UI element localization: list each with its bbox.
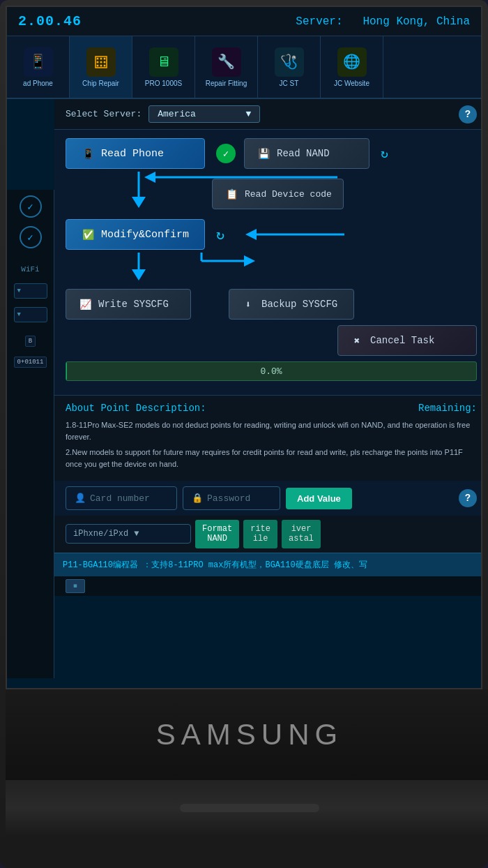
- modify-icon: ✅: [80, 227, 96, 242]
- device-icon: 📋: [224, 186, 239, 202]
- add-value-button[interactable]: Add Value: [286, 488, 352, 509]
- phone-icon: 📱: [80, 146, 96, 161]
- write-file-button[interactable]: rite ile: [243, 520, 277, 548]
- format-nand-button[interactable]: Format NAND: [195, 520, 239, 548]
- bottom-small-icon: ◼: [66, 579, 85, 593]
- server-help-button[interactable]: ?: [459, 105, 477, 124]
- nav-label-jc-st: JC ST: [280, 80, 299, 87]
- nav-label-pro1000s: PRO 1000S: [145, 80, 182, 87]
- svg-marker-11: [132, 197, 146, 208]
- cancel-icon: ✖: [349, 333, 365, 348]
- server-select-dropdown[interactable]: America ▼: [148, 105, 260, 123]
- nav-item-read-phone[interactable]: 📱 ad Phone: [7, 36, 70, 98]
- workflow-grid: 📱 Read Phone ✓ 💾 Read NAND ↻: [54, 130, 482, 395]
- nav-label-jc-website: JC Website: [334, 80, 369, 87]
- server-select-label: Select Server:: [66, 109, 142, 119]
- arrow-area-1: 📋 Read Device code: [66, 172, 477, 219]
- nav-item-jc-st[interactable]: 🩺 JC ST: [258, 36, 321, 98]
- card-help-button[interactable]: ?: [459, 489, 477, 507]
- sidebar-dropdown-1[interactable]: ▼: [14, 283, 47, 299]
- info-section: About Point Description: Remaining: 1.8-…: [54, 395, 482, 481]
- nav-label-repair-fitting: Repair Fitting: [206, 80, 247, 87]
- flow-arrows-svg-2: [73, 253, 351, 289]
- bottom-status-bar: P11-BGA110编程器 ：支持8-11PRO max所有机型，BGA110硬…: [54, 553, 482, 576]
- monitor-screen: 2.00.46 Server: Hong Kong, China 📱 ad Ph…: [6, 6, 482, 689]
- backup-syscfg-button[interactable]: ⬇ Backup SYSCFG: [229, 289, 354, 320]
- sidebar-tag-code: 0+01011: [14, 357, 47, 368]
- status-bar: 2.00.46 Server: Hong Kong, China: [7, 7, 481, 36]
- sidebar-circle-1: ✓: [20, 195, 42, 218]
- write-syscfg-button[interactable]: 📈 Write SYSCFG: [66, 289, 191, 320]
- read-device-code-button[interactable]: 📋 Read Device code: [212, 179, 344, 209]
- info-remaining: Remaining:: [418, 403, 477, 414]
- sidebar-circle-2: ✓: [20, 226, 42, 248]
- status-server: Server: Hong Kong, China: [296, 15, 470, 28]
- status-time: 2.00.46: [18, 13, 82, 29]
- nand-refresh-icon: ↻: [381, 146, 388, 161]
- jc-nav-icon: 🩺: [275, 47, 304, 77]
- info-text-1: 1.8-11Pro Max-SE2 models do not deduct p…: [66, 419, 477, 442]
- progress-text: 0.0%: [260, 366, 282, 377]
- repair-nav-icon: 🔧: [212, 47, 241, 77]
- svg-point-9: [103, 64, 105, 66]
- phone-nav-icon: 📱: [24, 47, 53, 77]
- samsung-area: SAMSUNG: [6, 689, 488, 780]
- svg-point-8: [100, 64, 102, 66]
- svg-marker-16: [245, 229, 257, 240]
- info-text-2: 2.New models to support for future may r…: [66, 447, 477, 470]
- svg-point-7: [96, 64, 98, 66]
- svg-marker-18: [132, 269, 146, 280]
- modify-refresh-icon: ↻: [216, 226, 224, 244]
- nav-bar: 📱 ad Phone: [7, 36, 481, 99]
- svg-point-5: [100, 61, 102, 63]
- pro-nav-icon: 🖥: [149, 47, 178, 77]
- driver-install-button[interactable]: iver astal: [282, 520, 321, 548]
- sidebar-dropdown-2[interactable]: ▼: [14, 307, 47, 322]
- nav-label-read-phone: ad Phone: [23, 80, 53, 87]
- wifi-label: WiFi: [21, 265, 39, 274]
- nav-item-pro1000s[interactable]: 🖥 PRO 1000S: [132, 36, 195, 98]
- svg-point-4: [96, 61, 98, 63]
- svg-point-6: [103, 61, 105, 63]
- nav-label-chip-repair: Chip Repair: [82, 80, 119, 87]
- bottom-status-text: P11-BGA110编程器 ：支持8-11PRO max所有机型，BGA110硬…: [63, 559, 367, 571]
- stand-base: [180, 804, 319, 812]
- svg-marker-21: [244, 255, 255, 267]
- samsung-logo: SAMSUNG: [156, 718, 343, 751]
- web-nav-icon: 🌐: [337, 47, 367, 77]
- sidebar-tag-b: B: [25, 336, 36, 347]
- arrow-area-2: [66, 253, 477, 289]
- nav-item-chip-repair[interactable]: Chip Repair: [70, 36, 132, 98]
- workflow-row3: 📈 Write SYSCFG ⬇ Backup SYSCFG: [66, 289, 477, 320]
- bottom-toolbar: iPhxne/iPxd ▼ Format NAND rite ile iver …: [54, 516, 482, 553]
- card-number-input[interactable]: 👤 Card number: [66, 486, 177, 510]
- server-row: Select Server: America ▼ ?: [54, 99, 482, 130]
- password-input[interactable]: 🔒 Password: [183, 486, 280, 510]
- read-phone-check-icon: ✓: [216, 144, 236, 163]
- nand-icon: 💾: [256, 146, 271, 161]
- workflow-row2: ✅ Modify&Confirm ↻: [66, 219, 477, 250]
- svg-marker-14: [144, 172, 155, 183]
- read-phone-button[interactable]: 📱 Read Phone: [66, 138, 205, 169]
- card-input-row: 👤 Card number 🔒 Password Add Value ?: [66, 486, 477, 510]
- cancel-task-button[interactable]: ✖ Cancel Task: [337, 325, 477, 356]
- monitor-outer: 2.00.46 Server: Hong Kong, China 📱 ad Ph…: [0, 0, 488, 868]
- left-sidebar: ✓ ✓ WiFi ▼ ▼ B 0+01011: [7, 190, 54, 678]
- modify-confirm-button[interactable]: ✅ Modify&Confirm: [66, 219, 205, 250]
- svg-point-2: [100, 57, 102, 59]
- backup-icon: ⬇: [241, 297, 256, 312]
- info-title: About Point Description:: [66, 403, 206, 414]
- monitor-stand: [6, 780, 488, 836]
- right-arrow-svg: [240, 220, 351, 248]
- chip-nav-icon: [86, 47, 116, 77]
- progress-bar-container: 0.0%: [66, 361, 477, 381]
- write-icon: 📈: [77, 297, 93, 312]
- workflow-row4: ✖ Cancel Task: [66, 325, 477, 356]
- nav-item-repair-fitting[interactable]: 🔧 Repair Fitting: [195, 36, 258, 98]
- device-select-dropdown[interactable]: iPhxne/iPxd ▼: [66, 524, 191, 544]
- info-header: About Point Description: Remaining:: [66, 403, 477, 414]
- nav-item-jc-website[interactable]: 🌐 JC Website: [321, 36, 383, 98]
- progress-bar-fill: [66, 362, 67, 380]
- svg-point-3: [103, 57, 105, 59]
- read-nand-button[interactable]: 💾 Read NAND: [244, 138, 369, 169]
